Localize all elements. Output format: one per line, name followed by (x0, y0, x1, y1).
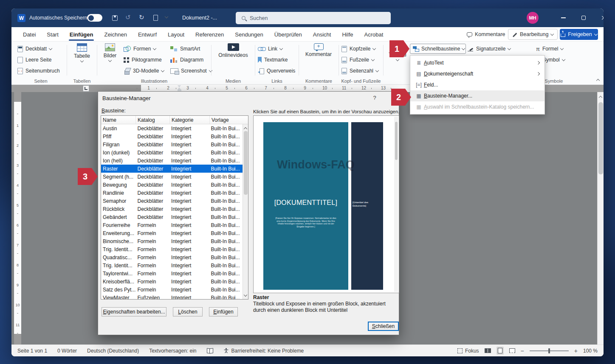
scroll-up-icon[interactable] (599, 96, 602, 99)
editing-button[interactable]: Bearbeitung (508, 29, 558, 40)
chart-button[interactable]: Diagramm (170, 55, 203, 65)
tab-Einfügen[interactable]: Einfügen (64, 27, 99, 42)
close-button[interactable] (594, 8, 604, 27)
zoom-out-button[interactable]: − (521, 347, 524, 354)
table-row[interactable]: GebändertDeckblätterIntegriertBuilt-In B… (101, 213, 243, 221)
vertical-ruler[interactable]: 1234567891011 (14, 92, 21, 344)
indent-marker[interactable] (178, 85, 181, 92)
undo-icon[interactable]: ↺ (125, 14, 131, 21)
zoom-in-button[interactable]: + (574, 347, 578, 354)
link-button[interactable]: Link (258, 44, 282, 54)
table-row[interactable]: ViewMasterFußzeilenIntegriertBuilt-In Bu… (101, 294, 243, 299)
maximize-button[interactable] (574, 8, 593, 27)
redo-icon[interactable]: ↻ (139, 14, 144, 21)
table-row[interactable]: BewegungDeckblätterIntegriertBuilt-In Bu… (101, 181, 243, 189)
pictures-button[interactable]: Bilder (100, 43, 120, 62)
header-button[interactable]: Kopfzeile (341, 44, 375, 54)
table-row[interactable]: Kreisoberflä...FormelnIntegriertBuilt-In… (101, 277, 243, 286)
table-row[interactable]: RückblickDeckblätterIntegriertBuilt-In B… (101, 205, 243, 213)
edit-properties-button[interactable]: Eigenschaften bearbeiten... (102, 307, 166, 316)
menu-item[interactable]: [=]Feld... (410, 79, 544, 90)
scrollbar-thumb[interactable] (395, 122, 398, 160)
quick-access-icon[interactable] (153, 15, 158, 21)
tab-Hilfe[interactable]: Hilfe (336, 27, 358, 42)
web-layout-button[interactable] (509, 348, 515, 353)
table-row[interactable]: SemaphorDeckblätterIntegriertBuilt-In Bu… (101, 197, 243, 205)
tab-Entwurf[interactable]: Entwurf (133, 27, 162, 42)
table-row[interactable]: Binomische...FormelnIntegriertBuilt-In B… (101, 237, 243, 245)
tab-Referenzen[interactable]: Referenzen (190, 27, 229, 42)
table-button[interactable]: Tabelle (72, 43, 92, 62)
column-header-Kategorie[interactable]: Kategorie (170, 116, 210, 124)
new-comment-button[interactable]: Kommentar (302, 43, 335, 57)
tab-Sendungen[interactable]: Sendungen (229, 27, 269, 42)
minimize-button[interactable] (553, 8, 573, 27)
autosave-toggle[interactable] (87, 14, 102, 22)
menu-item[interactable]: ▦Bausteine-Manager... (410, 90, 544, 101)
page-break-button[interactable]: Seitenumbruch (17, 66, 60, 76)
table-scrollbar[interactable] (243, 124, 248, 299)
accessibility-status[interactable]: Barrierefreiheit: Keine Probleme (223, 348, 304, 354)
share-button[interactable]: Freigeben (560, 29, 598, 40)
preview-scrollbar[interactable] (394, 117, 398, 292)
footer-button[interactable]: Fußzeile (341, 55, 374, 65)
page-number-button[interactable]: Seitenzahl (341, 66, 378, 76)
read-mode-button[interactable] (485, 348, 491, 353)
column-header-Name[interactable]: Name (101, 116, 136, 124)
table-row[interactable]: RasterDeckblätterIntegriertBuilt-In Bui.… (101, 165, 243, 173)
cross-reference-button[interactable]: Querverweis (258, 66, 295, 76)
scroll-up-icon[interactable] (244, 127, 247, 131)
screenshot-button[interactable]: Screenshot (170, 66, 212, 76)
tab-Start[interactable]: Start (41, 27, 64, 42)
tab-Zeichnen[interactable]: Zeichnen (99, 27, 132, 42)
table-row[interactable]: RandlinieDeckblätterIntegriertBuilt-In B… (101, 189, 243, 197)
focus-button[interactable]: Fokus (457, 348, 479, 354)
table-row[interactable]: Quadratisc...FormelnIntegriertBuilt-In B… (101, 253, 243, 261)
word-count[interactable]: 0 Wörter (57, 348, 77, 354)
proofing-button[interactable] (207, 348, 213, 353)
language-status[interactable]: Deutsch (Deutschland) (87, 348, 139, 354)
table-row[interactable]: Ion (dunkel)DeckblätterIntegriertBuilt-I… (101, 148, 243, 157)
avatar[interactable]: MH (527, 12, 539, 24)
customize-quick-access-icon[interactable] (165, 15, 168, 18)
quick-parts-button[interactable]: Schnellbausteine (410, 44, 466, 54)
blank-page-button[interactable]: Leere Seite (17, 55, 51, 65)
comments-button[interactable]: Kommentare (463, 29, 509, 40)
scroll-down-icon[interactable] (244, 293, 247, 297)
menu-item[interactable]: ▤Dokumenteigenschaft (410, 68, 544, 79)
insert-button[interactable]: Einfügen (209, 307, 238, 316)
table-row[interactable]: Taylorentwi...FormelnIntegriertBuilt-In … (101, 269, 243, 277)
collapse-ribbon-icon[interactable] (596, 79, 600, 82)
tab-Datei[interactable]: Datei (17, 27, 41, 42)
column-header-Vorlage[interactable]: Vorlage (210, 116, 243, 124)
zoom-level[interactable]: 100 % (583, 348, 598, 354)
word-logo[interactable]: W (17, 14, 25, 22)
delete-button[interactable]: Löschen (173, 307, 203, 316)
table-row[interactable]: FiligranDeckblätterIntegriertBuilt-In Bu… (101, 140, 243, 148)
table-row[interactable]: Segment (h...DeckblätterIntegriertBuilt-… (101, 173, 243, 181)
tab-Ansicht[interactable]: Ansicht (308, 27, 337, 42)
vertical-scrollbar[interactable] (597, 92, 604, 344)
search-input[interactable]: Suchen (236, 12, 391, 24)
zoom-slider-thumb[interactable] (548, 348, 550, 353)
table-row[interactable]: Erweiterung...FormelnIntegriertBuilt-In … (101, 229, 243, 237)
page-count[interactable]: Seite 1 von 1 (17, 348, 47, 354)
scrollbar-thumb[interactable] (598, 102, 603, 174)
menu-item[interactable]: ≣AutoText (410, 57, 544, 68)
zoom-slider[interactable] (530, 350, 569, 351)
table-row[interactable]: Trig. Identit...FormelnIntegriertBuilt-I… (101, 245, 243, 253)
table-row[interactable]: PfiffDeckblätterIntegriertBuilt-In Bui..… (101, 132, 243, 140)
scrollbar-thumb[interactable] (244, 131, 248, 195)
save-icon[interactable] (112, 15, 118, 21)
shapes-button[interactable]: Formen (124, 44, 156, 54)
table-row[interactable]: Ion (hell)DeckblätterIntegriertBuilt-In … (101, 157, 243, 165)
tab-Acrobat[interactable]: Acrobat (358, 27, 389, 42)
cover-page-button[interactable]: Deckblatt (17, 44, 52, 54)
online-videos-button[interactable]: Onlinevideos (216, 43, 250, 58)
text-predictions-status[interactable]: Textvorhersagen: ein (149, 348, 196, 354)
close-dialog-button[interactable]: Schließen (368, 322, 399, 331)
table-row[interactable]: Trig. Identit...FormelnIntegriertBuilt-I… (101, 261, 243, 269)
table-row[interactable]: Satz des Pyt...FormelnIntegriertBuilt-In… (101, 286, 243, 294)
print-layout-button[interactable] (497, 347, 504, 355)
tab-Layout[interactable]: Layout (162, 27, 190, 42)
